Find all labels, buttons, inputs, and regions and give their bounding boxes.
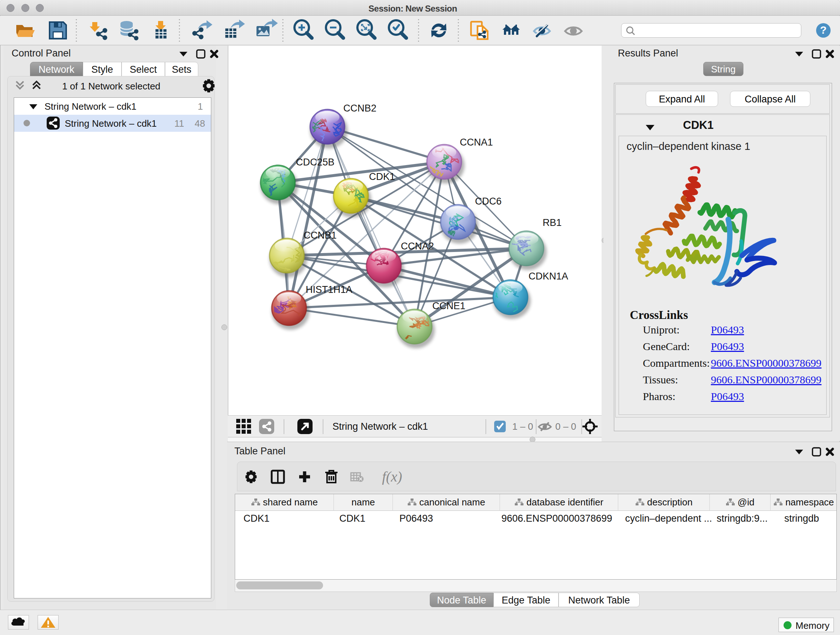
svg-text:CCNA1: CCNA1 — [460, 137, 493, 148]
svg-text:CCNE1: CCNE1 — [432, 301, 466, 311]
svg-text:CCNB2: CCNB2 — [343, 103, 377, 114]
svg-text:HIST1H1A: HIST1H1A — [306, 284, 352, 295]
svg-text:CCNA2: CCNA2 — [401, 241, 434, 252]
svg-text:?: ? — [820, 24, 827, 36]
svg-text:CDK1: CDK1 — [369, 171, 395, 182]
svg-text:0 – 0: 0 – 0 — [555, 421, 576, 432]
svg-text:f(x): f(x) — [382, 469, 402, 485]
svg-text:CDC6: CDC6 — [475, 196, 502, 207]
svg-text:RB1: RB1 — [543, 217, 562, 228]
svg-text:String Network – cdk1: String Network – cdk1 — [332, 421, 428, 432]
svg-text:CDKN1A: CDKN1A — [529, 271, 568, 282]
svg-text:CDC25B: CDC25B — [296, 157, 335, 168]
svg-text:1 – 0: 1 – 0 — [512, 421, 533, 432]
svg-text:CCNB1: CCNB1 — [303, 230, 337, 241]
